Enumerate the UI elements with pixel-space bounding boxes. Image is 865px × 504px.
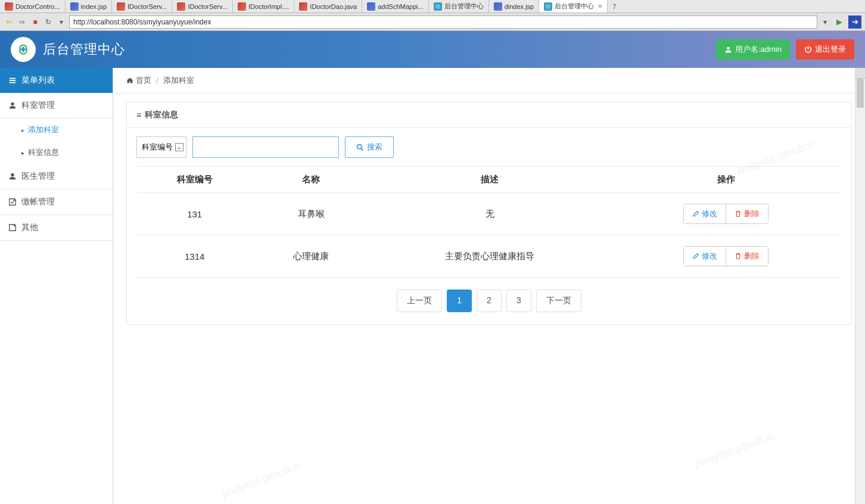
ide-tab[interactable]: 后台管理中心✕ — [539, 0, 608, 13]
app-header: 后台管理中心 用户名:admin 退出登录 — [0, 31, 865, 68]
refresh-button[interactable]: ↻ — [43, 17, 54, 27]
power-icon — [804, 46, 812, 54]
sidebar-item[interactable]: 科室管理 — [0, 93, 113, 119]
web-file-icon — [434, 2, 442, 11]
page-number[interactable]: 2 — [477, 290, 502, 312]
edit-button[interactable]: 修改 — [684, 204, 726, 223]
search-input[interactable] — [192, 136, 339, 158]
tab-overflow[interactable]: 7 — [608, 3, 621, 10]
logo-icon — [11, 37, 36, 62]
external-button[interactable]: ➔ — [848, 15, 861, 29]
watermark: javayms.github.io — [221, 460, 303, 500]
sidebar-item[interactable]: 医生管理 — [0, 164, 113, 189]
ide-tab[interactable]: IDoctorDao.java — [294, 0, 362, 13]
refresh-dropdown[interactable]: ▾ — [56, 17, 67, 27]
sidebar-item[interactable]: 其他 — [0, 215, 113, 241]
jsp-file-icon — [367, 2, 375, 11]
ide-tab-bar: DoctorContro...index.jspIDoctorServ...ID… — [0, 0, 865, 13]
menu-icon — [8, 101, 17, 110]
browser-toolbar: ⇦ ⇨ ■ ↻ ▾ ▾ ▶ ➔ — [0, 13, 865, 31]
ide-tab[interactable]: IDoctorServ... — [172, 0, 232, 13]
sidebar: 菜单列表 科室管理添加科室科室信息医生管理缴帐管理其他 — [0, 68, 113, 504]
breadcrumb-current: 添加科室 — [163, 75, 194, 86]
back-button[interactable]: ⇦ — [4, 17, 14, 27]
cell-desc: 无 — [369, 193, 611, 235]
ide-tab[interactable]: dindex.jsp — [489, 0, 540, 13]
close-icon[interactable]: ✕ — [598, 3, 602, 10]
ide-tab[interactable]: IDoctorServ... — [112, 0, 172, 13]
web-file-icon — [544, 2, 552, 11]
breadcrumb-separator: / — [156, 76, 158, 85]
jsp-file-icon — [494, 2, 502, 11]
cell-actions: 修改 删除 — [611, 193, 842, 235]
java-file-icon — [177, 2, 185, 11]
pagination: 上一页123下一页 — [136, 290, 842, 312]
ide-tab[interactable]: addSchMappi... — [362, 0, 428, 13]
table-row: 131 耳鼻喉 无 修改 删除 — [136, 193, 842, 235]
table-header: 描述 — [369, 167, 611, 193]
logout-button[interactable]: 退出登录 — [796, 39, 854, 60]
sidebar-subitem[interactable]: 添加科室 — [0, 119, 113, 141]
panel-header: ≡ 科室信息 — [127, 102, 851, 128]
breadcrumb: 首页 / 添加科室 — [113, 68, 865, 94]
watermark: javayms.github.io — [693, 430, 776, 470]
breadcrumb-home[interactable]: 首页 — [126, 75, 151, 86]
app-title: 后台管理中心 — [43, 41, 125, 58]
search-field-select[interactable]: 科室编号 ⌄ — [136, 136, 186, 158]
list-icon — [8, 76, 17, 85]
java-file-icon — [5, 2, 13, 11]
url-input[interactable] — [69, 15, 817, 29]
scrollbar-thumb[interactable] — [857, 78, 864, 108]
forward-button[interactable]: ⇨ — [17, 17, 27, 27]
menu-icon — [8, 172, 17, 181]
table-row: 1314 心理健康 主要负责心理健康指导 修改 删除 — [136, 235, 842, 278]
user-icon — [724, 46, 732, 54]
page-number[interactable]: 1 — [447, 290, 472, 312]
java-file-icon — [238, 2, 246, 11]
home-icon — [126, 77, 133, 84]
ide-tab[interactable]: 后台管理中心 — [429, 0, 489, 13]
page-prev[interactable]: 上一页 — [397, 290, 442, 312]
search-icon — [356, 144, 364, 151]
ide-tab[interactable]: index.jsp — [66, 0, 112, 13]
cell-name: 心理健康 — [253, 235, 369, 278]
sidebar-item[interactable]: 缴帐管理 — [0, 189, 113, 215]
cell-id: 1314 — [136, 235, 253, 278]
cell-desc: 主要负责心理健康指导 — [369, 235, 611, 278]
java-file-icon — [299, 2, 307, 11]
menu-icon — [8, 198, 17, 206]
java-file-icon — [117, 2, 125, 11]
stop-button[interactable]: ■ — [30, 17, 41, 27]
table-header: 名称 — [253, 167, 369, 193]
user-button[interactable]: 用户名:admin — [716, 39, 790, 60]
delete-button[interactable]: 删除 — [726, 204, 768, 223]
page-number[interactable]: 3 — [506, 290, 531, 312]
jsp-file-icon — [70, 2, 79, 11]
delete-button[interactable]: 删除 — [726, 247, 768, 266]
sidebar-subitem[interactable]: 科室信息 — [0, 141, 113, 164]
svg-point-0 — [357, 144, 362, 148]
sidebar-header: 菜单列表 — [0, 68, 113, 93]
trash-icon — [735, 253, 742, 260]
edit-icon — [692, 210, 699, 217]
url-dropdown[interactable]: ▾ — [820, 17, 830, 27]
main-content: 首页 / 添加科室 ≡ 科室信息 科室编号 ⌄ — [113, 68, 865, 504]
edit-button[interactable]: 修改 — [684, 247, 726, 266]
data-table: 科室编号名称描述操作 131 耳鼻喉 无 修改 删除 1314 心理健康 主要负… — [136, 166, 842, 278]
cell-id: 131 — [136, 193, 253, 235]
table-header: 科室编号 — [136, 167, 253, 193]
bars-icon: ≡ — [136, 110, 141, 120]
menu-icon — [8, 223, 17, 232]
edit-icon — [692, 253, 699, 260]
panel: ≡ 科室信息 科室编号 ⌄ 搜索 — [126, 102, 852, 325]
search-row: 科室编号 ⌄ 搜索 — [136, 136, 842, 158]
logout-label: 退出登录 — [815, 44, 846, 55]
go-button[interactable]: ▶ — [833, 15, 846, 29]
trash-icon — [735, 210, 742, 217]
search-button[interactable]: 搜索 — [345, 136, 394, 158]
scrollbar[interactable] — [855, 68, 865, 504]
page-next[interactable]: 下一页 — [536, 290, 581, 312]
ide-tab[interactable]: DoctorContro... — [0, 0, 66, 13]
user-label: 用户名:admin — [735, 44, 782, 55]
ide-tab[interactable]: IDoctorImpl.... — [233, 0, 294, 13]
